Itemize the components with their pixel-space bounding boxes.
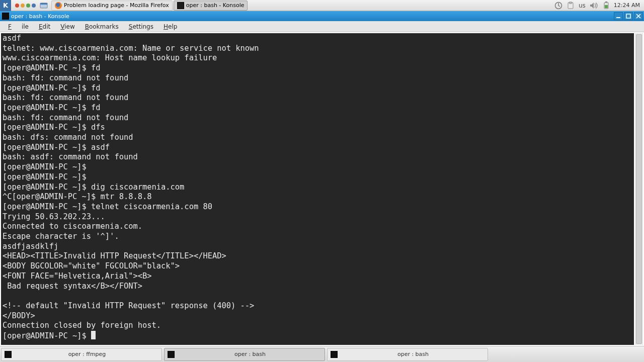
- firefox-icon: [55, 2, 62, 9]
- tab-label: oper : ffmpeg: [16, 351, 158, 357]
- desktop-2-dot[interactable]: [21, 4, 25, 8]
- taskbar-item-firefox[interactable]: Problem loading page - Mozilla Firefox: [51, 1, 173, 11]
- window-maximize-button[interactable]: [624, 12, 633, 20]
- show-desktop-icon[interactable]: [40, 2, 48, 10]
- menu-help[interactable]: Help: [158, 23, 182, 30]
- menu-settings[interactable]: Settings: [124, 23, 158, 30]
- taskbar-item-konsole[interactable]: oper : bash - Konsole: [174, 1, 248, 11]
- konsole-tabbar: oper : ffmpeg oper : bash oper : bash: [0, 346, 644, 362]
- pager-widget[interactable]: [15, 4, 36, 8]
- konsole-menubar: File Edit View Bookmarks Settings Help: [0, 21, 644, 32]
- klipper-icon[interactable]: [567, 2, 575, 10]
- kmenu-button[interactable]: K: [0, 0, 11, 11]
- taskbar-item-label: Problem loading page - Mozilla Firefox: [64, 2, 169, 9]
- desktop-3-dot[interactable]: [26, 4, 30, 8]
- tab-ffmpeg[interactable]: oper : ffmpeg: [1, 348, 162, 361]
- system-tray: us 12:24 AM: [554, 2, 644, 10]
- window-close-button[interactable]: [634, 12, 643, 20]
- volume-icon[interactable]: [590, 2, 599, 9]
- keyboard-layout-indicator[interactable]: us: [579, 2, 586, 9]
- svg-rect-10: [626, 14, 630, 18]
- svg-rect-7: [605, 2, 607, 3]
- desktop-4-dot[interactable]: [32, 4, 36, 8]
- scrollbar-thumb[interactable]: [636, 34, 642, 344]
- desktop-1-dot[interactable]: [15, 4, 19, 8]
- tab-label: oper : bash: [342, 351, 485, 357]
- terminal-text: asdf telnet: www.ciscoarmenia.com: Name …: [3, 34, 259, 340]
- svg-rect-1: [40, 3, 47, 5]
- terminal-cursor: [91, 331, 96, 339]
- tab-bash-2[interactable]: oper : bash: [327, 348, 488, 361]
- menu-edit[interactable]: Edit: [34, 23, 55, 30]
- update-notifier-icon[interactable]: [554, 2, 562, 10]
- taskbar-item-label: oper : bash - Konsole: [186, 2, 245, 9]
- terminal-output[interactable]: asdf telnet: www.ciscoarmenia.com: Name …: [1, 33, 634, 345]
- menu-file[interactable]: File: [3, 23, 34, 30]
- svg-rect-4: [569, 2, 572, 4]
- tab-bash-1[interactable]: oper : bash: [164, 348, 325, 361]
- window-app-icon: [2, 13, 9, 20]
- tab-label: oper : bash: [179, 351, 321, 357]
- konsole-icon: [177, 2, 184, 9]
- menu-bookmarks[interactable]: Bookmarks: [80, 23, 124, 30]
- konsole-icon: [168, 351, 175, 358]
- window-minimize-button[interactable]: [614, 12, 623, 20]
- svg-marker-5: [590, 3, 594, 9]
- system-panel: K Problem loading page - Mozilla Firefox…: [0, 0, 644, 11]
- svg-rect-8: [605, 5, 608, 8]
- window-title-text: oper : bash - Konsole: [11, 13, 69, 20]
- panel-clock[interactable]: 12:24 AM: [614, 2, 640, 9]
- konsole-icon: [331, 351, 338, 358]
- svg-rect-9: [616, 17, 620, 18]
- terminal-viewport: asdf telnet: www.ciscoarmenia.com: Name …: [0, 32, 644, 346]
- konsole-icon: [5, 351, 12, 358]
- menu-view[interactable]: View: [55, 23, 79, 30]
- power-manager-icon[interactable]: [603, 2, 610, 10]
- terminal-scrollbar[interactable]: [635, 33, 643, 345]
- window-titlebar[interactable]: oper : bash - Konsole: [0, 11, 644, 21]
